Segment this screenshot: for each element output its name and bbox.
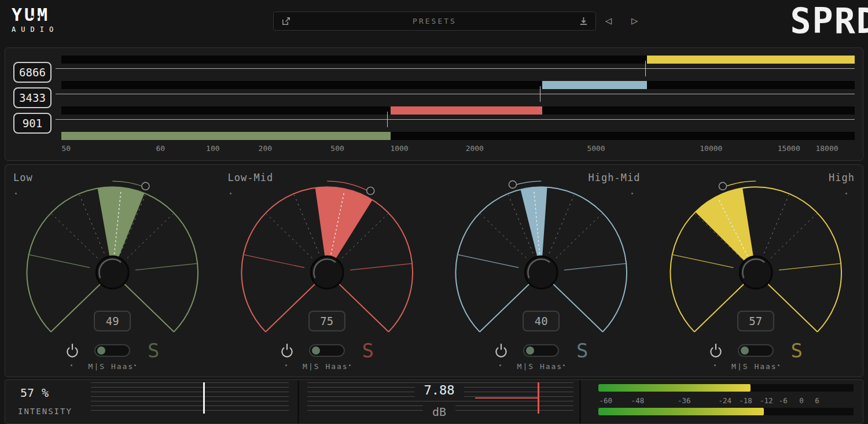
- spread-value-field[interactable]: 40: [523, 311, 560, 331]
- spread-value-field[interactable]: 57: [737, 311, 774, 331]
- save-preset-button[interactable]: [281, 16, 291, 27]
- crossover-handle[interactable]: [387, 112, 388, 127]
- band-range-low-mid[interactable]: [391, 106, 542, 115]
- band-module-high: High 57 S M|S Haas: [649, 165, 863, 377]
- power-button[interactable]: [709, 343, 723, 358]
- band-range-high-mid[interactable]: [542, 81, 647, 89]
- spread-dial[interactable]: [434, 175, 649, 368]
- ms-haas-toggle[interactable]: [309, 344, 345, 357]
- footer-bar: 57 % INTENSITY 7.88 dB -60-48-36-24-18-1…: [5, 379, 863, 424]
- next-preset-button[interactable]: ▷: [631, 14, 638, 27]
- solo-button[interactable]: S: [576, 342, 588, 359]
- power-indicator-dot: [285, 364, 287, 366]
- meter-scale-label: 6: [815, 396, 819, 405]
- meter-left-fill: [598, 384, 751, 392]
- logo-u-dots: [31, 16, 39, 18]
- spread-value-field[interactable]: 75: [308, 311, 345, 331]
- power-button[interactable]: [494, 343, 508, 358]
- intensity-value: 57 %: [20, 386, 49, 400]
- freq-tick-label: 60: [156, 144, 165, 153]
- preset-browser[interactable]: PRESETS: [273, 12, 596, 31]
- freq-tick-label: 100: [206, 144, 219, 153]
- crossover-handle[interactable]: [540, 86, 540, 102]
- meter-scale-label: -18: [739, 396, 752, 405]
- band-track-high-mid[interactable]: [61, 81, 855, 89]
- meter-scale-label: -6: [779, 396, 788, 405]
- solo-button[interactable]: S: [791, 342, 803, 359]
- crossover-freq-field[interactable]: 6866: [13, 62, 52, 83]
- power-button[interactable]: [280, 343, 294, 358]
- toggle-label: M|S Haas: [731, 362, 777, 371]
- db-value[interactable]: 7.88: [415, 383, 464, 397]
- power-button[interactable]: [65, 343, 79, 358]
- meter-scale-label: -12: [760, 396, 773, 405]
- preset-name-label[interactable]: PRESETS: [291, 17, 578, 25]
- power-icon: [280, 343, 294, 358]
- spread-dial[interactable]: [649, 175, 863, 368]
- solo-button[interactable]: S: [148, 342, 159, 359]
- band-track-low[interactable]: [61, 132, 855, 140]
- logo-text-audio: AUDIO: [12, 25, 58, 34]
- freq-tick-label: 5000: [587, 144, 605, 153]
- spread-dial[interactable]: [5, 175, 220, 368]
- freq-tick-label: 200: [259, 144, 272, 153]
- toggle-knob: [312, 346, 320, 355]
- band-track-low-mid[interactable]: [61, 106, 855, 115]
- solo-indicator-dot: [778, 364, 779, 366]
- download-icon: [579, 16, 589, 26]
- export-icon: [281, 16, 291, 26]
- stereo-meter: -60-48-36-24-18-12-606: [598, 380, 854, 423]
- ms-haas-toggle[interactable]: [94, 344, 130, 357]
- meter-scale: -60-48-36-24-18-12-606: [598, 396, 854, 405]
- crossover-freq-field[interactable]: 901: [13, 113, 52, 134]
- previous-preset-button[interactable]: ◁: [605, 14, 612, 27]
- toggle-label: M|S Haas: [89, 362, 134, 371]
- crossover-line: [56, 94, 855, 94]
- meter-scale-label: -36: [678, 396, 691, 405]
- crossover-freq-field[interactable]: 3433: [13, 87, 52, 108]
- intensity-section: 57 % INTENSITY: [5, 380, 297, 423]
- ms-haas-toggle[interactable]: [523, 344, 559, 357]
- band-track-high[interactable]: [61, 56, 855, 64]
- meter-right-fill: [598, 408, 764, 415]
- db-unit-label: dB: [423, 405, 455, 419]
- db-handle[interactable]: [538, 382, 539, 414]
- spread-dial[interactable]: [220, 175, 435, 368]
- plugin-window: YUM AUDIO PRESETS ◁ ▷ SPRD 6866: [0, 0, 868, 424]
- load-preset-button[interactable]: [578, 16, 589, 27]
- freq-tick-label: 10000: [700, 144, 722, 153]
- meter-scale-label: -60: [599, 396, 612, 405]
- intensity-handle[interactable]: [203, 382, 205, 414]
- solo-button[interactable]: S: [362, 342, 374, 359]
- spread-dials-panel: Low 49 S M|S Haas Low-Mid: [5, 164, 863, 377]
- intensity-unit: %: [42, 386, 49, 400]
- crossover-line: [56, 68, 855, 69]
- sprd-logo: SPRD: [790, 0, 868, 43]
- solo-indicator-dot: [349, 364, 351, 366]
- power-icon: [65, 343, 79, 358]
- spectrum-track: 5060100200500100020005000100001500018000: [61, 48, 855, 160]
- crossover-handle[interactable]: [645, 61, 646, 76]
- crossover-values: 6866 3433 901: [5, 48, 61, 160]
- toggle-label: M|S Haas: [517, 362, 563, 371]
- intensity-label: INTENSITY: [18, 407, 72, 416]
- power-icon: [494, 343, 508, 358]
- db-range-fill: [475, 397, 538, 399]
- toggle-knob: [741, 346, 749, 355]
- spread-value-field[interactable]: 49: [94, 311, 131, 331]
- ms-haas-toggle[interactable]: [738, 344, 774, 357]
- freq-tick-label: 500: [330, 144, 344, 153]
- freq-tick-label: 18000: [815, 144, 838, 153]
- freq-tick-label: 2000: [466, 144, 484, 153]
- intensity-slider[interactable]: [91, 382, 289, 414]
- band-range-low[interactable]: [61, 132, 391, 140]
- crossover-line: [56, 119, 855, 120]
- freq-tick-label: 1000: [390, 144, 408, 153]
- band-range-high[interactable]: [647, 56, 855, 64]
- output-meter-section: -60-48-36-24-18-12-606: [579, 380, 863, 423]
- freq-tick-label: 15000: [778, 144, 800, 153]
- toggle-knob: [526, 346, 534, 355]
- meter-scale-label: -24: [718, 396, 731, 405]
- yum-audio-logo: YUM AUDIO: [12, 6, 58, 34]
- power-indicator-dot: [714, 364, 716, 366]
